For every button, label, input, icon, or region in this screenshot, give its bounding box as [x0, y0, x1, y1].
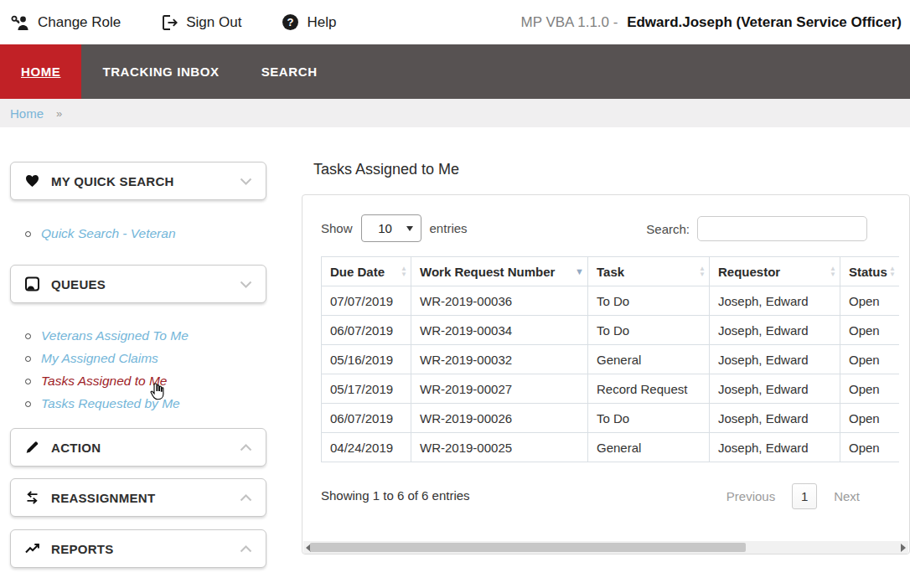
table-row[interactable]: 05/16/2019WR-2019-00032GeneralJoseph, Ed…: [322, 345, 900, 374]
column-label: Task: [597, 265, 624, 279]
cell-status: Open: [840, 404, 900, 433]
select-arrow-icon: [406, 226, 413, 231]
tab-search-label: SEARCH: [261, 64, 318, 79]
app-version: MP VBA 1.1.0 -: [520, 14, 618, 30]
tab-tracking-inbox[interactable]: TRACKING INBOX: [81, 44, 240, 99]
sidebar: MY QUICK SEARCH Quick Search - Veteran Q…: [10, 162, 266, 568]
breadcrumb-separator: »: [56, 107, 62, 120]
column-header-due-date[interactable]: Due Date▲▼: [322, 257, 411, 286]
table-info: Showing 1 to 6 of 6 entries: [321, 488, 470, 503]
table-row[interactable]: 06/07/2019WR-2019-00034To DoJoseph, Edwa…: [322, 316, 900, 345]
cell-work-request-number: WR-2019-00025: [411, 433, 588, 462]
change-role-label: Change Role: [38, 14, 121, 31]
sidebar-link-item: Veterans Assigned To Me: [10, 328, 266, 343]
entries-label: entries: [430, 221, 468, 235]
trending-up-icon: [24, 541, 40, 556]
help-label: Help: [307, 14, 336, 31]
cell-requestor: Joseph, Edward: [710, 345, 840, 374]
column-label: Work Request Number: [420, 265, 555, 279]
page-number-button[interactable]: 1: [792, 483, 817, 509]
table-row[interactable]: 07/07/2019WR-2019-00036To DoJoseph, Edwa…: [322, 286, 900, 316]
sidebar-link-my-assigned-claims[interactable]: My Assigned Claims: [41, 351, 158, 366]
column-label: Status: [849, 265, 887, 279]
search-input[interactable]: [697, 216, 867, 241]
scroll-right-arrow-icon[interactable]: [901, 544, 906, 552]
breadcrumb: Home »: [0, 99, 910, 127]
help-button[interactable]: ? Help: [282, 13, 336, 31]
app-user-info: MP VBA 1.1.0 - Edward.Joseph (Veteran Se…: [520, 14, 902, 31]
cell-task: To Do: [588, 316, 710, 345]
sign-out-icon: [161, 14, 178, 31]
sidebar-link-quick-search-veteran[interactable]: Quick Search - Veteran: [41, 226, 176, 241]
cell-due-date: 07/07/2019: [322, 286, 411, 316]
panel-reassignment[interactable]: REASSIGNMENT: [10, 478, 266, 517]
sort-toggle-icon: ▲▼: [889, 266, 896, 277]
previous-button[interactable]: Previous: [726, 489, 775, 503]
help-icon: ?: [282, 13, 299, 31]
table-row[interactable]: 05/17/2019WR-2019-00027Record RequestJos…: [322, 374, 900, 404]
table-row[interactable]: 06/07/2019WR-2019-00026To DoJoseph, Edwa…: [322, 404, 900, 433]
sidebar-link-item: Tasks Requested by Me: [10, 396, 266, 411]
column-header-status[interactable]: Status▲▼: [840, 257, 900, 286]
cell-status: Open: [840, 374, 900, 404]
breadcrumb-home-link[interactable]: Home: [10, 106, 44, 121]
tab-search[interactable]: SEARCH: [240, 44, 339, 99]
change-role-button[interactable]: Change Role: [10, 14, 121, 31]
tab-home[interactable]: HOME: [0, 44, 81, 99]
bullet-icon: [25, 333, 31, 339]
cell-due-date: 05/17/2019: [322, 374, 411, 404]
panel-title: MY QUICK SEARCH: [51, 174, 174, 188]
page-length-control: Show 10 entries: [321, 214, 468, 242]
cell-status: Open: [840, 316, 900, 345]
sidebar-link-tasks-assigned-to-me[interactable]: Tasks Assigned to Me: [41, 374, 167, 389]
sort-toggle-icon: ▲▼: [699, 266, 706, 277]
column-header-task[interactable]: Task▲▼: [588, 257, 710, 286]
panel-title: REASSIGNMENT: [51, 491, 155, 505]
column-header-work-request-number[interactable]: Work Request Number▼: [411, 257, 588, 286]
cell-work-request-number: WR-2019-00034: [411, 316, 588, 345]
show-label: Show: [321, 221, 353, 235]
cell-status: Open: [840, 286, 900, 316]
sign-out-button[interactable]: Sign Out: [161, 14, 241, 31]
cell-task: To Do: [588, 404, 710, 433]
chevron-down-icon: [240, 178, 252, 185]
scrollbar-thumb[interactable]: [310, 543, 746, 552]
cell-due-date: 05/16/2019: [322, 345, 411, 374]
cell-requestor: Joseph, Edward: [710, 286, 840, 316]
table-row[interactable]: 04/24/2019WR-2019-00025GeneralJoseph, Ed…: [322, 433, 900, 462]
cell-work-request-number: WR-2019-00026: [411, 404, 588, 433]
queues-icon: [24, 276, 40, 291]
page-length-select[interactable]: 10: [361, 214, 421, 242]
panel-queues[interactable]: QUEUES: [10, 265, 266, 303]
search-label: Search:: [646, 222, 690, 236]
cell-work-request-number: WR-2019-00032: [411, 345, 588, 374]
topbar: Change Role Sign Out ? Help MP VBA 1.1.0…: [0, 0, 910, 44]
cell-due-date: 06/07/2019: [322, 404, 411, 433]
page: Change Role Sign Out ? Help MP VBA 1.1.0…: [0, 0, 910, 588]
pencil-icon: [24, 440, 40, 455]
sort-toggle-icon: ▲▼: [830, 266, 836, 277]
sidebar-link-veterans-assigned-to-me[interactable]: Veterans Assigned To Me: [41, 328, 189, 343]
table-scroll-region: Due Date▲▼Work Request Number▼Task▲▼Requ…: [321, 256, 899, 462]
column-header-requestor[interactable]: Requestor▲▼: [710, 257, 840, 286]
table-search: Search:: [646, 216, 867, 241]
panel-action[interactable]: ACTION: [10, 428, 266, 467]
chevron-up-icon: [240, 444, 252, 451]
chevron-up-icon: [240, 494, 252, 502]
panel-reports[interactable]: REPORTS: [10, 529, 266, 568]
sidebar-link-tasks-requested-by-me[interactable]: Tasks Requested by Me: [41, 396, 180, 411]
page-title: Tasks Assigned to Me: [313, 161, 459, 178]
swap-arrows-icon: [24, 490, 40, 505]
table-body: 07/07/2019WR-2019-00036To DoJoseph, Edwa…: [322, 286, 900, 462]
chevron-up-icon: [240, 545, 252, 553]
topbar-actions: Change Role Sign Out ? Help: [10, 13, 336, 31]
cell-status: Open: [840, 433, 900, 462]
next-button[interactable]: Next: [834, 489, 860, 503]
tasks-table: Due Date▲▼Work Request Number▼Task▲▼Requ…: [321, 256, 899, 462]
quick-search-links: Quick Search - Veteran: [10, 226, 266, 241]
panel-my-quick-search[interactable]: MY QUICK SEARCH: [10, 162, 266, 200]
cell-task: General: [588, 433, 710, 462]
horizontal-scrollbar[interactable]: [303, 541, 908, 554]
table-header-row: Due Date▲▼Work Request Number▼Task▲▼Requ…: [322, 257, 900, 286]
queues-links: Veterans Assigned To MeMy Assigned Claim…: [10, 328, 266, 411]
